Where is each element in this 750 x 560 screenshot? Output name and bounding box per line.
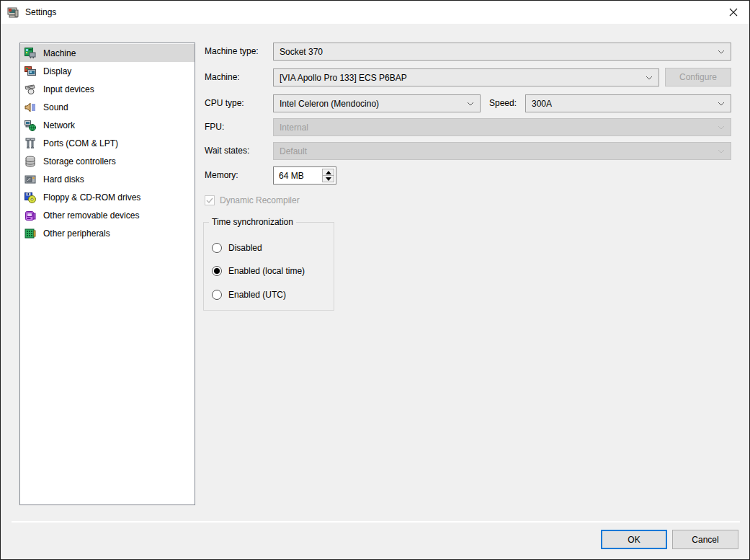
configure-button[interactable]: Configure: [665, 68, 731, 86]
sidebar-item-label: Machine: [43, 48, 76, 58]
memory-value: 64 MB: [279, 171, 304, 181]
machine-label: Machine:: [205, 68, 240, 86]
sidebar-item-label: Storage controllers: [43, 156, 116, 166]
chevron-down-icon: [718, 149, 725, 154]
sidebar-item-input-devices[interactable]: Input devices: [20, 80, 195, 98]
titlebar: Settings: [1, 1, 749, 24]
arrow-up-icon: [326, 171, 331, 174]
cpu-type-select[interactable]: Intel Celeron (Mendocino): [273, 94, 481, 112]
machine-type-select[interactable]: Socket 370: [273, 43, 731, 61]
sidebar-item-label: Sound: [43, 102, 68, 112]
sidebar-item-label: Display: [43, 66, 71, 76]
sidebar-item-machine[interactable]: Machine: [20, 44, 195, 62]
speed-label: Speed:: [489, 94, 517, 112]
radio-enabled-local[interactable]: Enabled (local time): [212, 265, 305, 277]
machine-select[interactable]: [VIA Apollo Pro 133] ECS P6BAP: [273, 68, 659, 86]
sound-icon: [24, 102, 36, 113]
radio-icon: [212, 290, 222, 300]
floppy-cdrom-icon: [24, 192, 36, 203]
sidebar-item-ports[interactable]: Ports (COM & LPT): [20, 134, 195, 152]
fpu-select: Internal: [273, 118, 731, 136]
wait-states-label: Wait states:: [205, 142, 249, 160]
peripherals-icon: [24, 228, 36, 239]
chevron-down-icon: [718, 125, 725, 130]
category-list: Machine Display: [19, 43, 195, 505]
spin-down-button[interactable]: [323, 176, 334, 182]
display-icon: [24, 66, 36, 77]
sidebar-item-floppy-cdrom[interactable]: Floppy & CD-ROM drives: [20, 188, 195, 206]
machine-type-value: Socket 370: [280, 47, 323, 57]
cpu-type-value: Intel Celeron (Mendocino): [280, 99, 379, 109]
cpu-type-label: CPU type:: [205, 94, 244, 112]
wait-states-select: Default: [273, 142, 731, 160]
machine-type-label: Machine type:: [205, 43, 259, 61]
settings-dialog: Settings Machine: [0, 0, 750, 560]
radio-label: Disabled: [228, 243, 262, 253]
sidebar-item-storage-controllers[interactable]: Storage controllers: [20, 152, 195, 170]
memory-label: Memory:: [205, 166, 238, 185]
chevron-down-icon: [646, 76, 653, 80]
sidebar-item-label: Floppy & CD-ROM drives: [43, 192, 140, 203]
time-sync-legend: Time synchronization: [209, 216, 296, 228]
removable-devices-icon: [24, 210, 36, 221]
spinner-buttons: [322, 169, 334, 182]
ok-button[interactable]: OK: [601, 530, 667, 549]
storage-controllers-icon: [24, 156, 36, 167]
app-icon: [7, 6, 19, 19]
sidebar-item-removable-devices[interactable]: Other removable devices: [20, 206, 195, 224]
machine-icon: [24, 48, 36, 59]
sidebar-item-label: Other peripherals: [43, 228, 110, 239]
sidebar-item-label: Hard disks: [43, 174, 84, 185]
sidebar-item-label: Input devices: [43, 84, 94, 94]
radio-selected-icon: [212, 266, 222, 276]
sidebar-item-network[interactable]: Network: [20, 116, 195, 134]
close-icon: [729, 8, 738, 17]
chevron-down-icon: [718, 102, 725, 106]
radio-disabled[interactable]: Disabled: [212, 242, 262, 254]
sidebar-item-label: Other removable devices: [43, 210, 139, 221]
speed-value: 300A: [532, 99, 552, 109]
window-title: Settings: [25, 7, 56, 17]
sidebar-item-sound[interactable]: Sound: [20, 98, 195, 116]
fpu-label: FPU:: [205, 118, 224, 136]
sidebar-item-hard-disks[interactable]: Hard disks: [20, 170, 195, 188]
dynamic-recompiler-checkbox: Dynamic Recompiler: [205, 195, 300, 206]
arrow-down-icon: [326, 177, 331, 181]
sidebar-item-label: Network: [43, 120, 75, 130]
machine-value: [VIA Apollo Pro 133] ECS P6BAP: [280, 73, 407, 83]
sidebar-item-peripherals[interactable]: Other peripherals: [20, 224, 195, 242]
sidebar-item-display[interactable]: Display: [20, 62, 195, 80]
check-icon: [206, 197, 213, 203]
fpu-value: Internal: [280, 123, 308, 133]
close-button[interactable]: [717, 1, 749, 23]
footer-separator: [12, 521, 740, 523]
radio-enabled-utc[interactable]: Enabled (UTC): [212, 289, 286, 301]
sidebar-item-label: Ports (COM & LPT): [43, 138, 118, 148]
wait-states-value: Default: [280, 146, 307, 156]
memory-spinner[interactable]: 64 MB: [273, 166, 336, 185]
dynamic-recompiler-label: Dynamic Recompiler: [220, 195, 300, 205]
radio-icon: [212, 243, 222, 253]
chevron-down-icon: [467, 102, 474, 106]
chevron-down-icon: [718, 50, 725, 54]
speed-select[interactable]: 300A: [525, 94, 731, 112]
ports-icon: [24, 138, 36, 149]
cancel-button[interactable]: Cancel: [672, 530, 738, 549]
spin-up-button[interactable]: [323, 169, 334, 176]
checkbox-box: [205, 195, 215, 205]
network-icon: [24, 120, 36, 131]
hard-disks-icon: [24, 174, 36, 185]
radio-label: Enabled (UTC): [228, 290, 286, 300]
time-sync-group: Time synchronization Disabled Enabled (l…: [203, 222, 334, 311]
radio-label: Enabled (local time): [228, 266, 305, 276]
input-devices-icon: [24, 84, 36, 95]
